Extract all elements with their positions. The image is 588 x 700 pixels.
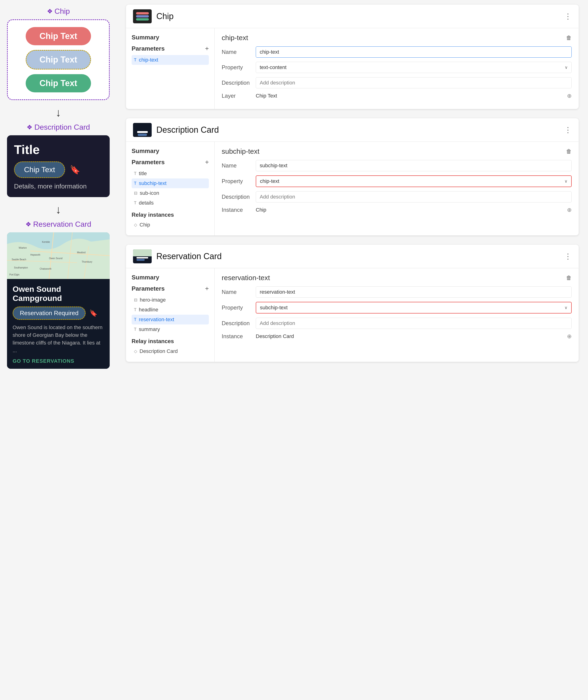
res-relay-diamond-icon: ◇ bbox=[134, 349, 137, 354]
svg-text:Meaford: Meaford bbox=[77, 251, 86, 254]
res-property-label: Property bbox=[222, 304, 252, 311]
res-param-hero[interactable]: ⊟ hero-image bbox=[132, 295, 209, 305]
res-title-text: Reservation Card bbox=[33, 220, 91, 229]
desc-card-chip: Chip Text bbox=[14, 161, 65, 178]
chip-property-label: Property bbox=[222, 64, 252, 71]
chip-params-header: Parameters + bbox=[132, 45, 209, 52]
desc-chip-label: Chip Text bbox=[24, 165, 55, 174]
desc-detail-col: subchip-text 🗑 Name Property chip-text ∨… bbox=[215, 142, 579, 235]
res-instance-target-icon[interactable]: ⊕ bbox=[567, 333, 572, 340]
desc-property-select[interactable]: chip-text ∨ bbox=[256, 175, 572, 187]
res-param-headline-text: headline bbox=[139, 307, 158, 313]
desc-thumb-title bbox=[137, 131, 148, 133]
res-param-headline[interactable]: T headline bbox=[132, 305, 209, 315]
chip-desc-label: Description bbox=[222, 80, 252, 86]
res-param-summary-text: summary bbox=[139, 326, 160, 332]
res-thumb-chip bbox=[136, 259, 145, 261]
desc-param-details[interactable]: T details bbox=[132, 198, 209, 208]
svg-text:Sauble Beach: Sauble Beach bbox=[12, 258, 26, 261]
res-desc-label: Description bbox=[222, 320, 252, 327]
desc-card-body: Summary Parameters + T title T subchip-t… bbox=[126, 142, 579, 235]
res-right-card: Reservation Card ⋮ Summary Parameters + … bbox=[126, 245, 579, 362]
chip-param-chip-text[interactable]: T chip-text bbox=[132, 55, 209, 65]
desc-more-menu[interactable]: ⋮ bbox=[564, 125, 572, 134]
chip-trash-icon[interactable]: 🗑 bbox=[566, 35, 572, 41]
chip-right-card: Chip ⋮ Summary Parameters + T chip-text … bbox=[126, 5, 579, 109]
chip-layer-label: Layer bbox=[222, 93, 252, 99]
desc-relay-chip[interactable]: ◇ Chip bbox=[132, 220, 209, 230]
chip-blue-label: Chip Text bbox=[39, 55, 77, 65]
res-relay-desc-card[interactable]: ◇ Description Card bbox=[132, 346, 209, 356]
chip-summary-col: Summary Parameters + T chip-text bbox=[126, 28, 215, 109]
chip-property-select[interactable]: text-content ∨ bbox=[256, 62, 572, 73]
res-detail-title: reservation-text bbox=[222, 274, 270, 282]
desc-trash-icon[interactable]: 🗑 bbox=[566, 148, 572, 155]
res-params-header: Parameters + bbox=[132, 285, 209, 292]
desc-card-chip-row: Chip Text 🔖 bbox=[14, 161, 103, 178]
desc-property-chevron: ∨ bbox=[564, 179, 567, 184]
map-svg: Wiarton Kemble Sauble Beach Hepworth Owe… bbox=[7, 232, 110, 279]
desc-add-param[interactable]: + bbox=[205, 158, 209, 166]
desc-param-title[interactable]: T title bbox=[132, 169, 209, 178]
res-thumbnail bbox=[133, 249, 152, 263]
res-relay-label: Relay instances bbox=[132, 338, 209, 345]
res-desc-input[interactable] bbox=[256, 318, 572, 329]
res-thumb-title bbox=[136, 257, 148, 258]
desc-instance-row: Instance Chip ⊕ bbox=[222, 207, 572, 213]
chip-detail-header: chip-text 🗑 bbox=[222, 34, 572, 42]
res-card-cta[interactable]: GO TO RESERVATIONS bbox=[13, 358, 104, 364]
desc-desc-label: Description bbox=[222, 194, 252, 200]
chip-blue: Chip Text bbox=[26, 50, 91, 70]
res-card-title-right: Reservation Card bbox=[156, 251, 560, 261]
res-name-label: Name bbox=[222, 289, 252, 295]
desc-detail-header: subchip-text 🗑 bbox=[222, 147, 572, 155]
chip-green: Chip Text bbox=[26, 74, 91, 92]
res-param-hero-icon: ⊟ bbox=[134, 297, 137, 303]
desc-param-title-text: title bbox=[139, 171, 147, 177]
chip-property-chevron: ∨ bbox=[565, 65, 568, 70]
chip-layer-value: Chip Text bbox=[256, 93, 561, 99]
desc-name-input[interactable] bbox=[256, 160, 572, 171]
desc-title-text: Description Card bbox=[34, 123, 90, 132]
chip-layer-target-icon[interactable]: ⊕ bbox=[567, 93, 572, 99]
res-param-res-text[interactable]: T reservation-text bbox=[132, 315, 209, 324]
thumb-chip-blue bbox=[136, 15, 149, 17]
res-bookmark-icon: 🔖 bbox=[89, 309, 97, 317]
res-more-menu[interactable]: ⋮ bbox=[564, 252, 572, 261]
chip-green-label: Chip Text bbox=[39, 78, 77, 88]
desc-param-subchip[interactable]: T subchip-text bbox=[132, 178, 209, 188]
chip-name-input[interactable] bbox=[256, 46, 572, 58]
desc-card-header: Description Card ⋮ bbox=[126, 118, 579, 142]
desc-card-section: ❖ Description Card Title Chip Text 🔖 Det… bbox=[5, 123, 112, 197]
desc-detail-title: subchip-text bbox=[222, 147, 259, 155]
res-name-input[interactable] bbox=[256, 286, 572, 298]
chip-layer-row: Layer Chip Text ⊕ bbox=[222, 93, 572, 99]
desc-desc-input[interactable] bbox=[256, 191, 572, 202]
chip-card-body: Summary Parameters + T chip-text chip-te… bbox=[126, 28, 579, 109]
chip-card-title: Chip bbox=[156, 11, 560, 21]
desc-instance-target-icon[interactable]: ⊕ bbox=[567, 207, 572, 213]
thumb-chip-red bbox=[136, 12, 149, 14]
desc-card-title-text: Title bbox=[14, 142, 103, 157]
res-param-hero-text: hero-image bbox=[140, 297, 166, 303]
chip-more-menu[interactable]: ⋮ bbox=[564, 12, 572, 21]
res-param-res-icon: T bbox=[134, 317, 136, 322]
res-param-headline-icon: T bbox=[134, 307, 136, 312]
desc-param-sub-icon[interactable]: ⊟ sub-icon bbox=[132, 188, 209, 198]
desc-property-value: chip-text bbox=[260, 178, 279, 184]
chip-add-param[interactable]: + bbox=[205, 45, 209, 52]
chip-desc-row: Description bbox=[222, 77, 572, 88]
res-trash-icon[interactable]: 🗑 bbox=[566, 275, 572, 281]
res-instance-label: Instance bbox=[222, 333, 252, 340]
thumb-chip-green bbox=[136, 18, 149, 21]
chip-param-t-icon: T bbox=[134, 58, 136, 63]
res-add-param[interactable]: + bbox=[205, 285, 209, 292]
svg-text:Chatsworth: Chatsworth bbox=[40, 268, 52, 270]
res-detail-col: reservation-text 🗑 Name Property subchip… bbox=[215, 268, 579, 362]
chip-desc-input[interactable] bbox=[256, 77, 572, 88]
res-property-select[interactable]: subchip-text ∨ bbox=[256, 302, 572, 313]
desc-name-label: Name bbox=[222, 162, 252, 169]
svg-text:Southampton: Southampton bbox=[14, 266, 28, 269]
res-param-summary[interactable]: T summary bbox=[132, 324, 209, 334]
svg-text:Port Elgin: Port Elgin bbox=[9, 273, 19, 276]
